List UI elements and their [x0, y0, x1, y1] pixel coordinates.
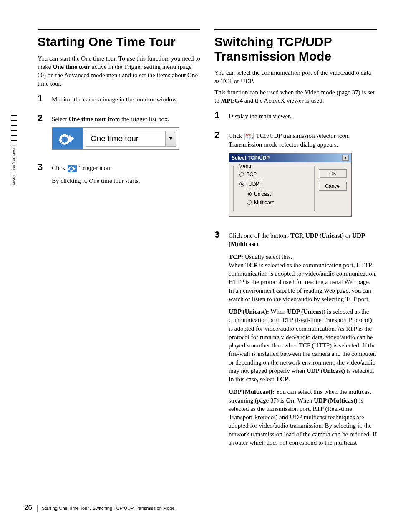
step-number: 2 [38, 114, 46, 157]
select-tcpudp-dialog: Select TCP/UDP × Menu TCP UD [229, 153, 352, 217]
chevron-down-icon[interactable]: ▼ [166, 131, 176, 147]
dialog-title-text: Select TCP/UDP [232, 155, 270, 161]
text: from the trigger list box. [106, 116, 169, 122]
tcp-paragraph: TCP: Usually select this. When TCP is se… [229, 253, 377, 304]
step-number: 3 [214, 230, 223, 451]
trigger-dropdown[interactable]: One time tour ▼ [83, 128, 179, 149]
step-text: Monitor the camera image in the monitor … [52, 95, 200, 104]
radio-label: TCP [247, 171, 257, 178]
text: HTTP is the protocol used for reading a … [229, 279, 370, 285]
text: . [288, 376, 290, 383]
text: When [269, 308, 287, 315]
left-intro: You can start the One time tour. To use … [38, 54, 200, 88]
one-time-tour-figure: One time tour ▼ [52, 127, 179, 150]
step-text: By clicking it, One time tour starts. [52, 177, 200, 185]
para-label: TCP: [229, 253, 243, 260]
text-bold: On [286, 397, 294, 404]
text: Usually select this. [243, 253, 292, 260]
text-bold: One time tour [53, 63, 90, 70]
para-label: UDP (Unicast): [229, 308, 269, 315]
footer-text: Starting One Time Tour / Switching TCP/U… [37, 505, 175, 512]
radio-label: Unicast [254, 191, 271, 198]
radio-icon [239, 172, 244, 177]
text: Click one of the buttons [229, 232, 290, 239]
text-bold: TCP [245, 262, 258, 269]
radio-tcp[interactable]: TCP [239, 171, 310, 178]
radio-icon [247, 200, 252, 205]
radio-label: Multicast [254, 199, 274, 206]
step-number: 2 [214, 130, 223, 224]
text: Trigger icon. [79, 165, 112, 171]
right-column: Switching TCP/UDP Transmission Mode You … [214, 29, 377, 457]
step-text: Click one of the buttons TCP, UDP (Unica… [229, 231, 377, 248]
radio-multicast[interactable]: Multicast [247, 199, 310, 206]
text-bold: One time tour [68, 116, 106, 122]
dropdown-value: One time tour [86, 131, 166, 147]
barcode-graphic [11, 113, 17, 142]
radio-icon [247, 192, 252, 196]
text-bold: TCP, UDP (Unicast) [290, 232, 344, 239]
step-text: Click TCP UDP TCP/UDP transmission selec… [229, 132, 377, 149]
step-number: 3 [38, 162, 46, 189]
step-text: Click Trigger icon. [52, 164, 200, 172]
cancel-button[interactable]: Cancel [319, 182, 347, 191]
text: In an environment capable of reading Web… [229, 287, 371, 302]
text: When [229, 262, 245, 269]
close-icon[interactable]: × [342, 155, 349, 161]
right-intro-2: This function can be used when the Video… [214, 88, 377, 105]
text: or [344, 232, 352, 239]
text: and the ActiveX viewer is used. [243, 97, 324, 104]
trigger-icon[interactable] [52, 128, 83, 149]
text-bold: UDP (Multicast) [314, 397, 358, 404]
text-bold: MPEG4 [221, 97, 243, 104]
right-heading: Switching TCP/UDP Transmission Mode [214, 35, 377, 63]
text-bold: TCP [276, 376, 288, 383]
text-bold: UDP (Unicast) [307, 367, 345, 374]
ok-button[interactable]: OK [319, 169, 347, 178]
trigger-icon [68, 165, 77, 172]
udp-unicast-paragraph: UDP (Unicast): When UDP (Unicast) is sel… [229, 307, 377, 383]
right-step-2: 2 Click TCP UDP TCP/UDP transmission sel… [214, 130, 377, 224]
para-label: UDP (Multicast): [229, 388, 275, 395]
left-column: Starting One Time Tour You can start the… [38, 29, 200, 457]
left-heading: Starting One Time Tour [38, 35, 200, 49]
radio-unicast[interactable]: Unicast [247, 191, 310, 198]
text: is selected as the transmission port, RT… [229, 397, 377, 446]
fieldset-legend: Menu [237, 163, 253, 170]
right-step-1: 1 Display the main viewer. [214, 111, 377, 124]
text: . When [294, 397, 314, 404]
left-step-3: 3 Click Trigger icon. By clicking it, On… [38, 162, 200, 189]
right-intro-1: You can select the communication port of… [214, 68, 377, 86]
menu-fieldset: Menu TCP UDP [233, 166, 315, 211]
left-step-2: 2 Select One time tour from the trigger … [38, 114, 200, 157]
text-bold: UDP (Unicast) [287, 308, 325, 315]
text: Click [229, 132, 244, 139]
step-number: 1 [38, 94, 46, 108]
page-footer: 26 Starting One Time Tour / Switching TC… [24, 503, 174, 513]
side-tab: Operating the Camera [11, 113, 17, 186]
step-text: Select One time tour from the trigger li… [52, 115, 200, 123]
right-step-3: 3 Click one of the buttons TCP, UDP (Uni… [214, 230, 377, 451]
radio-icon [239, 182, 244, 187]
text: Select [52, 116, 68, 122]
step-number: 1 [214, 111, 223, 124]
left-step-1: 1 Monitor the camera image in the monito… [38, 94, 200, 108]
dialog-titlebar: Select TCP/UDP × [229, 153, 351, 162]
tcp-udp-selector-icon: TCP UDP [244, 133, 254, 140]
svg-text:UDP: UDP [248, 137, 253, 139]
text: Click [52, 165, 67, 171]
radio-label: UDP [247, 180, 261, 189]
page-number: 26 [24, 503, 32, 513]
side-tab-label: Operating the Camera [11, 145, 17, 186]
step-text: Display the main viewer. [229, 112, 377, 120]
radio-udp[interactable]: UDP [239, 180, 310, 189]
text: . [258, 241, 260, 247]
rule [214, 29, 377, 30]
udp-multicast-paragraph: UDP (Multicast): You can select this whe… [229, 388, 377, 447]
rule [38, 29, 200, 30]
text: is selected as the communication port, R… [229, 308, 376, 374]
